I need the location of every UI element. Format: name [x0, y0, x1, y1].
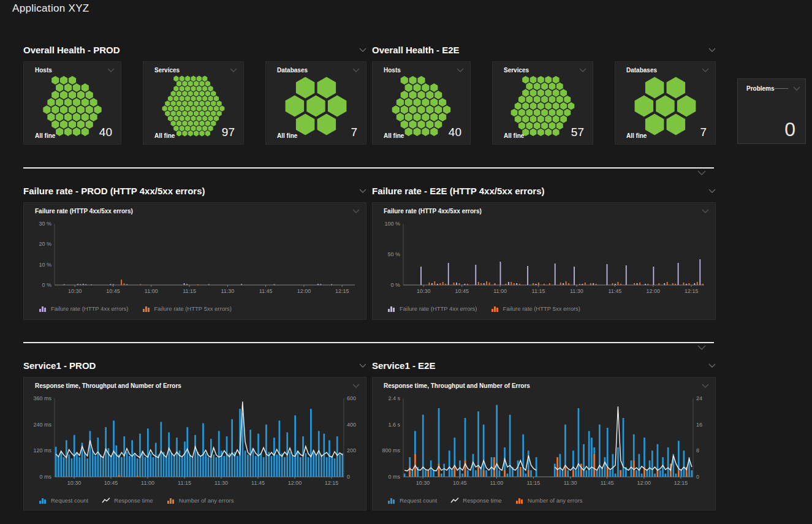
svg-text:8: 8	[696, 447, 699, 454]
failure-rate-e2e-tile[interactable]: Failure rate (HTTP 4xx/5xx errors) 100 %…	[372, 202, 716, 320]
svg-text:600: 600	[347, 395, 356, 401]
chevron-down-icon[interactable]	[107, 68, 115, 72]
health-tile-hosts-e2e[interactable]: Hosts All fine 40	[372, 61, 471, 145]
svg-text:11:45: 11:45	[601, 480, 614, 486]
service-e2e-tile[interactable]: Response time, Throughput and Number of …	[372, 377, 716, 511]
line-series-icon	[102, 497, 110, 504]
svg-text:240 ms: 240 ms	[33, 422, 51, 428]
legend-label: Number of any errors	[528, 497, 583, 504]
section-header-health-e2e: Overall Health - E2E	[372, 43, 716, 56]
svg-text:10 %: 10 %	[39, 262, 51, 268]
chevron-down-icon[interactable]	[708, 363, 716, 368]
legend-item[interactable]: Number of any errors	[515, 497, 583, 504]
legend-label: Request count	[400, 497, 437, 504]
svg-text:11:45: 11:45	[608, 288, 621, 294]
bar-series-icon	[142, 305, 151, 312]
service-prod-chart[interactable]: 360 ms240 ms120 ms0 ms600400200010:3010:…	[28, 392, 362, 488]
problems-count: 0	[784, 118, 795, 141]
status-label: All fine	[277, 132, 297, 139]
status-label: All fine	[384, 132, 404, 139]
svg-text:11:45: 11:45	[251, 480, 265, 486]
chevron-down-icon[interactable]	[708, 189, 716, 193]
section-title: Overall Health - PROD	[23, 45, 120, 55]
bar-series-icon	[167, 497, 175, 504]
legend-item[interactable]: Request count	[387, 497, 437, 504]
health-tile-hosts-prod[interactable]: Hosts All fine 40	[23, 61, 121, 145]
chevron-down-icon[interactable]	[352, 68, 360, 72]
chevron-down-icon[interactable]	[352, 384, 360, 388]
chevron-down-icon[interactable]	[697, 170, 706, 175]
section-title: Service1 - E2E	[372, 360, 435, 371]
chevron-down-icon[interactable]	[230, 68, 237, 72]
section-title: Failure rate - PROD (HTTP 4xx/5xx errors…	[23, 186, 205, 196]
legend-label: Failure rate (HTTP 4xx errors)	[51, 305, 129, 312]
svg-text:0 %: 0 %	[42, 282, 51, 288]
svg-text:12:00: 12:00	[647, 288, 661, 294]
legend-label: Failure rate (HTTP 5xx errors)	[503, 305, 581, 312]
chevron-down-icon[interactable]	[359, 363, 366, 368]
tile-title: Failure rate (HTTP 4xx/5xx errors)	[384, 208, 482, 215]
legend-label: Request count	[51, 497, 88, 504]
health-tile-services-prod[interactable]: Services All fine 97	[143, 61, 244, 145]
svg-text:20 %: 20 %	[39, 241, 51, 247]
chevron-down-icon[interactable]	[708, 48, 716, 52]
chevron-down-icon[interactable]	[702, 68, 709, 72]
problems-tile[interactable]: Problems 0	[737, 78, 806, 144]
svg-text:800 ms: 800 ms	[382, 447, 400, 454]
chevron-down-icon[interactable]	[793, 86, 800, 91]
svg-text:0: 0	[347, 474, 350, 480]
svg-text:12:15: 12:15	[335, 288, 349, 294]
svg-text:10:30: 10:30	[67, 480, 82, 486]
chevron-down-icon[interactable]	[702, 209, 709, 213]
svg-text:100 %: 100 %	[384, 221, 400, 227]
legend-item[interactable]: Failure rate (HTTP 5xx errors)	[142, 305, 232, 312]
chevron-down-icon[interactable]	[579, 68, 586, 72]
svg-text:10:45: 10:45	[453, 480, 467, 486]
health-tile-services-e2e[interactable]: Services All fine 57	[492, 61, 593, 145]
legend-item[interactable]: Failure rate (HTTP 4xx errors)	[39, 305, 129, 312]
tile-title: Databases	[277, 67, 308, 74]
svg-text:0 %: 0 %	[390, 282, 400, 288]
tile-title: Problems	[746, 85, 775, 92]
chevron-down-icon[interactable]	[359, 48, 366, 52]
health-tile-databases-prod[interactable]: Databases All fine 7	[265, 61, 366, 145]
chevron-down-icon[interactable]	[359, 189, 366, 193]
legend-item[interactable]: Number of any errors	[167, 497, 234, 504]
svg-text:2.4 s: 2.4 s	[388, 395, 400, 401]
svg-text:24: 24	[696, 395, 702, 401]
svg-text:11:00: 11:00	[141, 480, 154, 486]
legend-item[interactable]: Response time	[450, 497, 501, 504]
svg-text:400: 400	[347, 422, 356, 428]
failure-rate-prod-chart[interactable]: 30 %20 %10 %0 %10:3010:4511:0011:1511:30…	[28, 218, 362, 296]
failure-rate-e2e-chart[interactable]: 100 %50 %0 %10:3010:4511:0011:1511:3011:…	[376, 218, 711, 296]
chart-legend: Request countResponse timeNumber of any …	[387, 497, 582, 504]
svg-text:360 ms: 360 ms	[33, 395, 51, 401]
svg-text:12:15: 12:15	[325, 480, 339, 486]
section-title: Overall Health - E2E	[372, 45, 460, 55]
chevron-down-icon[interactable]	[457, 68, 464, 72]
failure-rate-prod-tile[interactable]: Failure rate (HTTP 4xx/5xx errors) 30 %2…	[23, 202, 366, 320]
service-e2e-chart[interactable]: 2.4 s1.6 s800 ms0 ms24168010:3010:4511:0…	[376, 392, 711, 488]
chevron-down-icon[interactable]	[352, 209, 360, 213]
section-header-service-e2e: Service1 - E2E	[372, 359, 716, 372]
section-header-health-prod: Overall Health - PROD	[23, 43, 366, 56]
legend-item[interactable]: Response time	[102, 497, 153, 504]
svg-text:200: 200	[347, 447, 356, 454]
legend-item[interactable]: Failure rate (HTTP 4xx errors)	[387, 305, 477, 312]
svg-text:10:45: 10:45	[106, 288, 120, 294]
problems-sparkline	[775, 88, 788, 89]
svg-text:11:00: 11:00	[490, 480, 503, 486]
legend-item[interactable]: Failure rate (HTTP 5xx errors)	[491, 305, 581, 312]
health-tile-databases-e2e[interactable]: Databases All fine 7	[615, 61, 716, 145]
svg-text:10:30: 10:30	[417, 288, 431, 294]
legend-item[interactable]: Request count	[39, 497, 88, 504]
chevron-down-icon[interactable]	[697, 345, 706, 350]
svg-text:11:30: 11:30	[570, 288, 583, 294]
page-title: Application XYZ	[12, 2, 89, 15]
entity-count: 57	[571, 126, 584, 139]
service-prod-tile[interactable]: Response time, Throughput and Number of …	[23, 377, 366, 511]
bar-series-icon	[39, 497, 47, 504]
chevron-down-icon[interactable]	[702, 384, 709, 388]
section-header-failure-prod: Failure rate - PROD (HTTP 4xx/5xx errors…	[23, 184, 366, 197]
bar-series-icon	[387, 305, 396, 312]
